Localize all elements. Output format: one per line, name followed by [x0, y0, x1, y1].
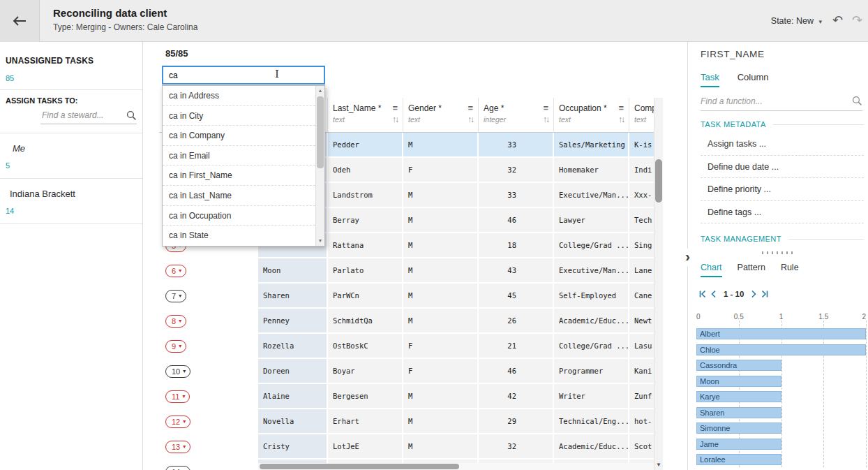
pagination-prev-icon[interactable] — [710, 290, 718, 298]
row-state-badge[interactable]: 9▾ — [165, 340, 186, 353]
task-menu-item[interactable]: Assign tasks ... — [701, 133, 864, 156]
hamburger-menu-icon[interactable]: ≡ — [618, 103, 624, 113]
tab-rule[interactable]: Rule — [781, 263, 799, 276]
cell-last-name[interactable]: Pedder — [328, 133, 403, 158]
cell-last-name[interactable]: Landstrom — [328, 183, 403, 208]
cell-age[interactable]: 18 — [479, 233, 554, 258]
suggestion-item[interactable]: ca in Last_Name — [163, 186, 315, 206]
redo-icon[interactable]: ↷ — [852, 13, 862, 28]
row-state-badge[interactable]: 13▾ — [165, 441, 190, 453]
cell-occupation[interactable]: Homemaker — [554, 158, 629, 183]
scroll-down-button[interactable]: ▼ — [654, 460, 663, 469]
tab-column[interactable]: Column — [738, 72, 769, 86]
cell-gender[interactable]: M — [403, 258, 479, 284]
undo-icon[interactable]: ↶ — [832, 13, 843, 28]
sort-arrows-icon[interactable]: ↑↓ — [543, 115, 550, 124]
cell-last-name[interactable]: Rattana — [328, 233, 403, 258]
cell-occupation[interactable]: College/Grad ... — [554, 233, 629, 258]
cell-occupation[interactable]: Self-Employed — [554, 284, 629, 309]
column-header[interactable]: Occupation *≡ text↑↓ — [554, 98, 629, 132]
pagination-last-icon[interactable] — [761, 290, 769, 298]
task-menu-item[interactable]: Define tags ... — [701, 201, 864, 224]
value-bar[interactable]: Chloe — [696, 344, 866, 355]
hamburger-menu-icon[interactable]: ≡ — [543, 103, 548, 113]
cell-last-name[interactable]: LotJeE — [328, 434, 403, 460]
cell-occupation[interactable]: Executive/Man... — [554, 258, 629, 284]
column-header[interactable]: Gender *≡ text↑↓ — [403, 98, 479, 132]
suggestion-item[interactable]: ca in Email — [163, 146, 315, 166]
cell-occupation[interactable]: College/Grad ... — [554, 334, 629, 359]
cell-first-name[interactable]: Novella — [258, 409, 328, 434]
cell-gender[interactable]: M — [403, 208, 479, 233]
value-bar[interactable]: Jame — [696, 439, 781, 450]
cell-age[interactable]: 29 — [479, 409, 554, 434]
value-bar[interactable]: Karye — [696, 391, 781, 402]
dropdown-scrollbar[interactable]: ▲ ▼ — [315, 86, 324, 246]
function-search-input[interactable] — [701, 95, 862, 111]
suggestion-item[interactable]: ca in Address — [163, 86, 315, 106]
hamburger-menu-icon[interactable]: ≡ — [467, 103, 473, 113]
cell-last-name[interactable]: Odeh — [328, 158, 403, 183]
hamburger-menu-icon[interactable]: ≡ — [392, 103, 398, 113]
cell-age[interactable]: 32 — [479, 158, 554, 183]
row-state-badge[interactable]: 6▾ — [165, 265, 186, 277]
cell-occupation[interactable]: Academic/Educ... — [554, 309, 629, 334]
cell-gender[interactable]: M — [403, 183, 479, 208]
row-state-badge[interactable]: 7▾ — [165, 290, 186, 302]
cell-occupation[interactable]: Sales/Marketing — [554, 133, 629, 158]
cell-age[interactable]: 43 — [479, 258, 554, 284]
cell-first-name[interactable]: Penney — [258, 309, 328, 334]
cell-last-name[interactable]: Boyar — [328, 359, 403, 384]
scroll-thumb[interactable] — [260, 464, 459, 469]
task-menu-item[interactable]: Define priority ... — [701, 178, 864, 201]
tab-pattern[interactable]: Pattern — [738, 263, 765, 276]
cell-occupation[interactable]: Writer — [554, 384, 629, 409]
scroll-thumb[interactable] — [317, 96, 324, 168]
row-state-badge[interactable]: 8▾ — [165, 315, 186, 328]
cell-occupation[interactable]: Technical/Eng... — [554, 409, 629, 434]
cell-occupation[interactable]: Academic/Educ... — [554, 434, 629, 460]
scroll-thumb[interactable] — [655, 159, 662, 203]
suggestion-item[interactable]: ca in Occupation — [163, 206, 315, 226]
cell-gender[interactable]: F — [403, 359, 479, 384]
cell-last-name[interactable]: Berray — [328, 208, 403, 233]
table-horizontal-scrollbar[interactable] — [258, 463, 654, 470]
cell-age[interactable]: 45 — [479, 284, 554, 309]
scroll-down-button[interactable]: ▼ — [316, 237, 324, 245]
pagination-first-icon[interactable] — [698, 290, 707, 298]
task-menu-item[interactable]: Define due date ... — [701, 156, 864, 179]
row-state-badge[interactable]: 12▾ — [165, 416, 190, 428]
value-bar[interactable]: Simonne — [696, 423, 781, 434]
cell-gender[interactable]: M — [403, 133, 479, 158]
column-header[interactable]: Last_Name *≡ text↑↓ — [328, 98, 403, 132]
cell-age[interactable]: 32 — [479, 434, 554, 460]
cell-occupation[interactable]: Executive/Man... — [554, 183, 629, 208]
row-state-badge[interactable]: 14▾ — [165, 466, 190, 470]
cell-last-name[interactable]: OstBoskC — [328, 334, 403, 359]
cell-age[interactable]: 46 — [479, 359, 554, 384]
row-state-badge[interactable]: 11▾ — [165, 390, 190, 403]
cell-gender[interactable]: M — [403, 309, 479, 334]
cell-last-name[interactable]: Parlato — [328, 258, 403, 284]
state-dropdown[interactable]: State: New ▾ — [771, 16, 822, 26]
pagination-next-icon[interactable] — [749, 290, 758, 298]
cell-gender[interactable]: M — [403, 233, 479, 258]
search-input[interactable] — [162, 66, 325, 85]
cell-age[interactable]: 26 — [479, 309, 554, 334]
value-bar[interactable]: Cassondra — [696, 360, 781, 371]
back-button[interactable] — [0, 0, 40, 42]
cell-last-name[interactable]: Bergesen — [328, 384, 403, 409]
scroll-up-button[interactable]: ▲ — [316, 87, 324, 95]
suggestion-item[interactable]: ca in City — [163, 106, 315, 126]
suggestion-item[interactable]: ca in First_Name — [163, 166, 315, 186]
collapse-panel-chevron-right-icon[interactable]: › — [682, 249, 694, 267]
cell-age[interactable]: 46 — [479, 208, 554, 233]
table-vertical-scrollbar[interactable]: ▼ — [654, 98, 663, 470]
cell-gender[interactable]: M — [403, 284, 479, 309]
cell-occupation[interactable]: Lawyer — [554, 208, 629, 233]
row-state-badge[interactable]: 10▾ — [165, 365, 190, 378]
value-bar[interactable]: Loralee — [696, 454, 781, 465]
cell-last-name[interactable]: ParWCn — [328, 284, 403, 309]
steward-search-input[interactable] — [40, 109, 137, 124]
cell-age[interactable]: 33 — [479, 183, 554, 208]
